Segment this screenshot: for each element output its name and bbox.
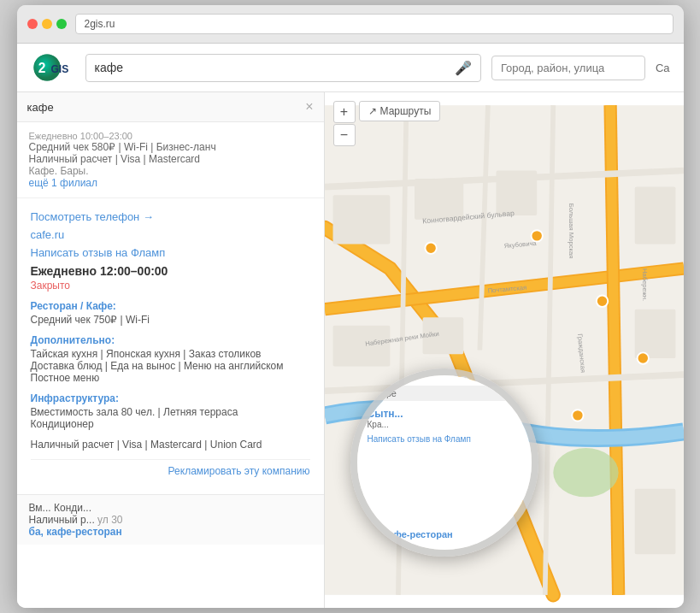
svg-point-34 bbox=[637, 352, 648, 363]
advertise-button[interactable]: Рекламировать эту компанию bbox=[31, 459, 310, 482]
zoom-out-button[interactable]: − bbox=[333, 124, 356, 146]
svg-rect-16 bbox=[332, 195, 390, 244]
app-container: 2 GIS 🎤 Ca кафе × bbox=[17, 44, 684, 608]
section3-value: Вместимость зала 80 чел. | Летняя террас… bbox=[31, 406, 310, 430]
main-content: кафе × Ежедневно 10:00–23:00 Средний чек… bbox=[17, 92, 684, 608]
routes-label: Маршруты bbox=[380, 105, 432, 117]
preview-title[interactable]: ба, кафе-ресторан bbox=[29, 526, 312, 538]
location-input[interactable] bbox=[501, 62, 636, 74]
search-input[interactable] bbox=[95, 61, 455, 74]
svg-rect-21 bbox=[634, 187, 675, 245]
browser-window: 2gis.ru 2 GIS 🎤 bbox=[17, 5, 684, 608]
infrastructure-section: Инфраструктура: Вместимость зала 80 чел.… bbox=[31, 392, 310, 430]
review-link[interactable]: Написать отзыв на Фламп bbox=[31, 246, 310, 259]
location-search[interactable] bbox=[491, 56, 645, 80]
svg-text:GIS: GIS bbox=[50, 63, 68, 75]
svg-text:Набережн.: Набережн. bbox=[641, 268, 649, 301]
hours-text: Ежедневно 12:00–00:00 bbox=[31, 264, 310, 278]
search-button[interactable]: Ca bbox=[656, 62, 670, 74]
svg-rect-22 bbox=[634, 309, 675, 358]
section3-label: Инфраструктура: bbox=[31, 392, 310, 404]
section4-value: Наличный расчет | Visa | Mastercard | Un… bbox=[31, 439, 310, 451]
section2-label: Дополнительно: bbox=[31, 334, 310, 346]
svg-point-14 bbox=[553, 448, 618, 497]
svg-text:2: 2 bbox=[38, 61, 45, 75]
section2-value: Тайская кухня | Японская кухня | Заказ с… bbox=[31, 348, 310, 384]
payment-section: Наличный расчет | Visa | Mastercard | Un… bbox=[31, 439, 310, 451]
microphone-icon[interactable]: 🎤 bbox=[455, 60, 472, 76]
result-details2: Наличный расчет | Visa | Mastercard bbox=[29, 153, 312, 165]
restaurant-section: Ресторан / Кафе: Средний чек 750₽ | Wi-F… bbox=[31, 300, 310, 326]
bottom-preview: Вм... Конди... Наличный р... ул 30 ба, к… bbox=[17, 494, 324, 545]
zoom-in-button[interactable]: + bbox=[333, 101, 356, 123]
svg-point-32 bbox=[531, 230, 542, 241]
svg-point-31 bbox=[425, 243, 436, 254]
svg-point-36 bbox=[572, 410, 583, 421]
browser-chrome: 2gis.ru bbox=[17, 5, 684, 44]
top-bar: 2 GIS 🎤 Ca bbox=[17, 44, 684, 92]
svg-rect-19 bbox=[332, 326, 390, 367]
window-controls bbox=[27, 19, 67, 29]
svg-point-38 bbox=[482, 492, 493, 503]
result-time: Ежедневно 10:00–23:00 bbox=[29, 131, 312, 141]
sidebar: кафе × Ежедневно 10:00–23:00 Средний чек… bbox=[17, 92, 325, 608]
result-branch[interactable]: ещё 1 филиал bbox=[29, 177, 312, 189]
result-details1: Средний чек 580₽ | Wi-Fi | Бизнес-ланч bbox=[29, 141, 312, 153]
additional-section: Дополнительно: Тайская кухня | Японская … bbox=[31, 334, 310, 384]
preview-payment: Наличный р... ул 30 bbox=[29, 514, 312, 526]
sidebar-search-label: кафе bbox=[27, 101, 306, 114]
svg-point-37 bbox=[384, 451, 395, 462]
logo: 2 GIS bbox=[31, 52, 75, 83]
routes-button[interactable]: ↗ Маршруты bbox=[359, 101, 441, 121]
preview-sub: Вм... Конди... bbox=[29, 502, 312, 514]
svg-point-33 bbox=[596, 296, 607, 307]
list-item: Ежедневно 10:00–23:00 Средний чек 580₽ |… bbox=[17, 122, 324, 198]
hours-section: Ежедневно 12:00–00:00 Закрыто bbox=[31, 264, 310, 292]
closed-status: Закрыто bbox=[31, 280, 310, 292]
svg-text:Большая Морская: Большая Морская bbox=[568, 203, 575, 259]
search-main[interactable]: 🎤 bbox=[85, 54, 481, 82]
fullscreen-dot[interactable] bbox=[56, 19, 67, 29]
map-area: Конногвардейский бульвар Якубовича Больш… bbox=[325, 92, 684, 608]
minimize-dot[interactable] bbox=[42, 19, 52, 29]
section1-label: Ресторан / Кафе: bbox=[31, 300, 310, 312]
svg-rect-18 bbox=[496, 171, 537, 216]
sidebar-search-bar: кафе × bbox=[17, 92, 324, 122]
svg-point-35 bbox=[457, 377, 468, 388]
svg-rect-23 bbox=[634, 489, 675, 554]
close-button[interactable]: × bbox=[305, 99, 313, 115]
browser-url-bar[interactable]: 2gis.ru bbox=[75, 14, 674, 34]
website-link[interactable]: cafe.ru bbox=[31, 228, 310, 241]
map-svg: Конногвардейский бульвар Якубовича Больш… bbox=[325, 92, 684, 608]
result-category: Кафе. Бары. bbox=[29, 165, 312, 177]
detail-panel: Посмотреть телефон → cafe.ru Написать от… bbox=[17, 198, 324, 494]
routes-icon: ↗ bbox=[368, 105, 377, 117]
map-controls: + − bbox=[333, 101, 356, 146]
phone-link[interactable]: Посмотреть телефон → bbox=[31, 210, 310, 223]
close-dot[interactable] bbox=[27, 19, 38, 29]
section1-value: Средний чек 750₽ | Wi-Fi bbox=[31, 314, 310, 326]
